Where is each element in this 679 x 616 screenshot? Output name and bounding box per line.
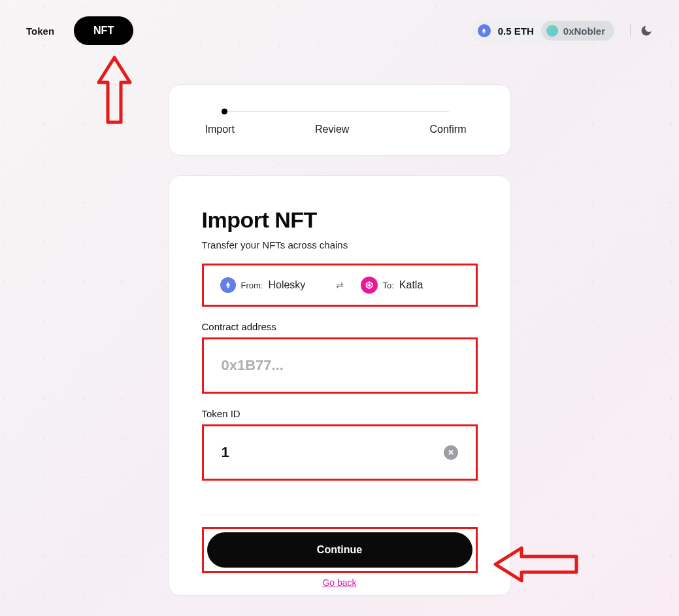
annotation-box-chain: From: Holesky ⇄ To: Katla bbox=[202, 264, 478, 307]
contract-address-label: Contract address bbox=[202, 321, 478, 332]
to-chain-selector[interactable]: To: Katla bbox=[348, 269, 472, 301]
annotation-box-continue: Continue bbox=[202, 527, 478, 573]
holesky-icon bbox=[220, 277, 236, 293]
card-subtitle: Transfer your NFTs across chains bbox=[202, 239, 478, 250]
chain-selector-row: From: Holesky ⇄ To: Katla bbox=[207, 269, 472, 301]
step-confirm: Confirm bbox=[429, 124, 466, 135]
divider bbox=[630, 24, 631, 37]
from-label: From: bbox=[241, 281, 263, 290]
tab-nft[interactable]: NFT bbox=[74, 16, 133, 45]
tab-token[interactable]: Token bbox=[26, 26, 54, 37]
address-text: 0xNobler bbox=[563, 26, 605, 37]
top-bar: Token NFT 0.5 ETH 0xNobler bbox=[0, 0, 679, 45]
annotation-box-tokenid: ✕ bbox=[202, 424, 478, 481]
token-id-field[interactable]: ✕ bbox=[207, 430, 472, 475]
token-id-input[interactable] bbox=[222, 444, 423, 461]
stepper-dot-active bbox=[222, 109, 227, 114]
stepper-labels: Import Review Confirm bbox=[205, 124, 467, 135]
annotation-box-contract bbox=[202, 337, 478, 394]
annotation-arrow-left bbox=[490, 541, 582, 587]
go-back-link[interactable]: Go back bbox=[322, 577, 356, 588]
to-chain-value: Katla bbox=[399, 279, 423, 291]
token-id-label: Token ID bbox=[202, 408, 478, 419]
top-tabs: Token NFT bbox=[26, 16, 133, 45]
clear-token-id-icon[interactable]: ✕ bbox=[444, 445, 458, 460]
import-nft-card: Import NFT Transfer your NFTs across cha… bbox=[169, 175, 511, 596]
contract-address-field[interactable] bbox=[207, 343, 472, 388]
katla-icon bbox=[361, 277, 378, 294]
step-import: Import bbox=[205, 124, 235, 135]
from-chain-value: Holesky bbox=[268, 279, 305, 291]
step-review: Review bbox=[315, 124, 349, 135]
wallet-pill[interactable]: 0.5 ETH 0xNobler bbox=[471, 18, 618, 44]
stepper-card: Import Review Confirm bbox=[169, 84, 511, 156]
address-pill[interactable]: 0xNobler bbox=[541, 21, 614, 41]
balance-text: 0.5 ETH bbox=[498, 26, 534, 37]
continue-button[interactable]: Continue bbox=[207, 532, 472, 568]
card-title: Import NFT bbox=[202, 207, 478, 233]
contract-address-input[interactable] bbox=[222, 357, 423, 374]
stepper-track bbox=[223, 111, 449, 112]
wallet-cluster: 0.5 ETH 0xNobler bbox=[471, 18, 653, 44]
from-chain-selector[interactable]: From: Holesky bbox=[207, 269, 332, 301]
annotation-arrow-up bbox=[92, 52, 137, 128]
theme-toggle-icon[interactable] bbox=[640, 24, 653, 37]
divider-horizontal bbox=[202, 515, 478, 515]
go-back-wrap: Go back bbox=[202, 577, 478, 589]
eth-icon bbox=[478, 24, 491, 37]
swap-icon[interactable]: ⇄ bbox=[335, 280, 345, 290]
to-label: To: bbox=[383, 281, 394, 290]
avatar bbox=[546, 25, 558, 37]
